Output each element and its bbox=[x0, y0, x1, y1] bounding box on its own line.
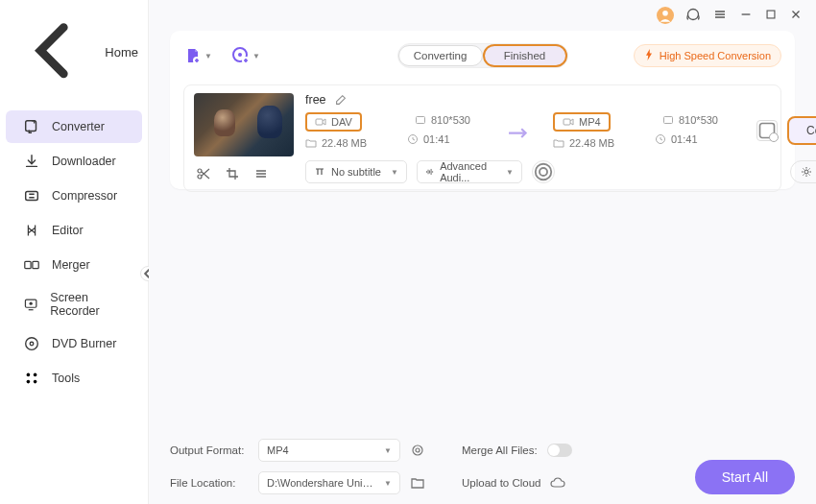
video-icon bbox=[315, 116, 326, 128]
output-format-select[interactable]: MP4 ▼ bbox=[258, 439, 400, 462]
sidebar-item-tools[interactable]: Tools bbox=[6, 362, 142, 395]
dest-resolution-pill: 810*530 bbox=[655, 112, 726, 128]
chevron-down-icon: ▼ bbox=[384, 479, 392, 488]
maximize-button[interactable] bbox=[764, 8, 778, 24]
tools-icon bbox=[23, 370, 40, 387]
chevron-down-icon: ▼ bbox=[384, 446, 392, 455]
file-meta: free DAV 22.48 MB bbox=[305, 93, 816, 183]
tab-converting[interactable]: Converting bbox=[398, 45, 483, 66]
start-all-button[interactable]: Start All bbox=[695, 460, 795, 494]
high-speed-badge[interactable]: High Speed Conversion bbox=[634, 44, 781, 67]
convert-button[interactable]: Convert bbox=[787, 116, 816, 145]
resolution-icon bbox=[415, 114, 426, 126]
info-button[interactable] bbox=[532, 160, 555, 183]
dest-duration: 01:41 bbox=[655, 133, 733, 145]
file-location-label: File Location: bbox=[170, 477, 249, 489]
arrow-icon bbox=[509, 127, 530, 139]
meta-value: 22.48 MB bbox=[322, 137, 367, 149]
source-duration: 01:41 bbox=[407, 133, 486, 145]
settings-button[interactable]: Settings bbox=[790, 160, 816, 183]
sidebar-item-label: Screen Recorder bbox=[50, 291, 132, 318]
sidebar-item-compressor[interactable]: Compressor bbox=[6, 180, 142, 212]
svg-point-29 bbox=[540, 168, 547, 176]
sidebar-item-converter[interactable]: Converter bbox=[6, 110, 142, 143]
support-icon[interactable] bbox=[685, 7, 701, 25]
svg-rect-27 bbox=[760, 124, 775, 138]
minimize-button[interactable] bbox=[739, 8, 753, 24]
svg-rect-3 bbox=[33, 262, 38, 269]
svg-point-12 bbox=[662, 11, 668, 16]
option-strip: No subtitle ▼ Advanced Audi... ▼ Setting… bbox=[305, 160, 816, 183]
subtitle-select[interactable]: No subtitle ▼ bbox=[305, 160, 407, 183]
file-title-row: free bbox=[305, 93, 816, 107]
effect-icon[interactable] bbox=[253, 166, 269, 181]
folder-icon bbox=[305, 137, 317, 149]
audio-select[interactable]: Advanced Audi... ▼ bbox=[417, 160, 522, 183]
upload-cloud-label: Upload to Cloud bbox=[462, 477, 540, 489]
svg-rect-2 bbox=[25, 262, 31, 269]
merge-toggle[interactable] bbox=[547, 444, 572, 457]
svg-rect-22 bbox=[417, 117, 425, 124]
add-dvd-button[interactable]: ▼ bbox=[231, 46, 260, 65]
content-card: ▼ ▼ Converting Finished High Speed Conve… bbox=[170, 31, 795, 189]
svg-point-10 bbox=[27, 380, 31, 384]
dest-size: 22.48 MB bbox=[553, 137, 632, 149]
dest-res-col: 810*530 01:41 bbox=[655, 112, 733, 145]
sidebar-item-dvd-burner[interactable]: DVD Burner bbox=[6, 327, 142, 360]
meta-value: 01:41 bbox=[671, 133, 698, 145]
svg-point-19 bbox=[198, 169, 202, 173]
tab-label: Finished bbox=[504, 50, 545, 61]
sidebar-item-label: Converter bbox=[52, 120, 105, 133]
editor-icon bbox=[23, 222, 40, 239]
home-label: Home bbox=[105, 45, 138, 60]
svg-point-11 bbox=[34, 380, 37, 384]
svg-point-20 bbox=[198, 175, 202, 179]
open-folder-icon[interactable] bbox=[410, 475, 425, 491]
sidebar-item-downloader[interactable]: Downloader bbox=[6, 145, 142, 178]
tab-finished[interactable]: Finished bbox=[483, 44, 567, 67]
output-format-row: Output Format: MP4 ▼ Merge All Files: bbox=[170, 439, 795, 462]
chevron-down-icon: ▼ bbox=[204, 52, 212, 60]
gear-icon bbox=[801, 166, 812, 178]
download-icon bbox=[23, 153, 40, 170]
converter-icon bbox=[23, 118, 40, 135]
preset-settings-icon[interactable] bbox=[756, 120, 778, 141]
output-settings-icon[interactable] bbox=[410, 443, 425, 458]
cloud-icon[interactable] bbox=[550, 475, 565, 491]
dest-format-pill[interactable]: MP4 bbox=[553, 112, 611, 132]
chevron-down-icon: ▼ bbox=[252, 52, 260, 60]
thumbnail-actions bbox=[194, 166, 294, 181]
chevron-down-icon: ▼ bbox=[506, 168, 514, 177]
high-speed-label: High Speed Conversion bbox=[660, 50, 771, 61]
toolbar: ▼ ▼ Converting Finished High Speed Conve… bbox=[183, 40, 781, 71]
sidebar-item-screen-recorder[interactable]: Screen Recorder bbox=[6, 283, 142, 325]
add-file-button[interactable]: ▼ bbox=[183, 46, 212, 65]
video-icon bbox=[563, 116, 574, 128]
trim-icon[interactable] bbox=[196, 166, 211, 181]
main-area: ▼ ▼ Converting Finished High Speed Conve… bbox=[149, 0, 816, 504]
close-button[interactable] bbox=[789, 8, 803, 24]
select-value: Advanced Audi... bbox=[440, 160, 500, 183]
back-icon[interactable] bbox=[17, 13, 91, 90]
file-location-select[interactable]: D:\Wondershare UniConverter 1 ▼ bbox=[258, 471, 400, 494]
tab-label: Converting bbox=[414, 50, 468, 61]
source-res-col: 810*530 01:41 bbox=[407, 112, 486, 145]
folder-icon bbox=[553, 137, 564, 149]
video-thumbnail[interactable] bbox=[194, 93, 294, 156]
info-grid: DAV 22.48 MB 810*530 bbox=[305, 112, 816, 149]
file-name: free bbox=[305, 93, 326, 107]
crop-icon[interactable] bbox=[225, 166, 240, 181]
home-row[interactable]: Home bbox=[0, 0, 148, 104]
clock-icon bbox=[655, 133, 666, 145]
sidebar-item-editor[interactable]: Editor bbox=[6, 214, 142, 247]
meta-value: 810*530 bbox=[679, 114, 718, 126]
sidebar-item-merger[interactable]: Merger bbox=[6, 249, 142, 281]
menu-icon[interactable] bbox=[712, 7, 728, 25]
edit-name-icon[interactable] bbox=[334, 93, 348, 107]
screen-recorder-icon bbox=[23, 296, 38, 313]
clock-icon bbox=[407, 133, 419, 145]
subtitle-icon bbox=[314, 166, 325, 178]
avatar[interactable] bbox=[657, 7, 674, 24]
svg-rect-14 bbox=[767, 11, 775, 18]
svg-point-28 bbox=[536, 164, 552, 180]
